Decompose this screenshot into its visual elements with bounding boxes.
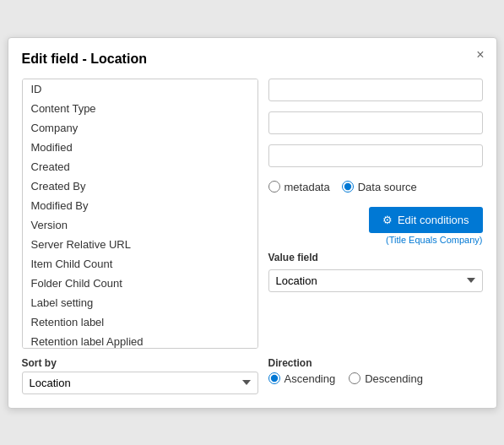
list-item[interactable]: Folder Child Count — [23, 274, 257, 293]
list-item[interactable]: Created By — [23, 176, 257, 196]
field-list-container: IDContent TypeCompanyModifiedCreatedCrea… — [22, 79, 258, 349]
direction-radio-row: Ascending Descending — [268, 372, 483, 385]
field-dropdown-list: IDContent TypeCompanyModifiedCreatedCrea… — [22, 79, 258, 349]
ascending-radio[interactable] — [268, 372, 280, 384]
list-item[interactable]: Modified By — [23, 196, 257, 215]
list-item[interactable]: Modified — [23, 138, 257, 157]
list-item[interactable]: Server Relative URL — [23, 235, 257, 254]
list-item[interactable]: Retention label Applied — [23, 332, 257, 349]
list-item[interactable]: Created — [23, 157, 257, 176]
datasource-radio-label[interactable]: Data source — [342, 181, 417, 193]
filter-input-3[interactable] — [268, 144, 483, 167]
descending-radio[interactable] — [349, 372, 360, 384]
datasource-radio[interactable] — [342, 181, 354, 193]
edit-field-dialog: Edit field - Location × IDContent TypeCo… — [8, 37, 497, 409]
conditions-block: ⚙ Edit conditions (Title Equals Company) — [268, 207, 483, 245]
edit-conditions-button[interactable]: ⚙ Edit conditions — [369, 207, 483, 233]
data-source-radio-row: metadata Data source — [268, 181, 483, 193]
ascending-label: Ascending — [285, 372, 336, 385]
datasource-label: Data source — [358, 181, 417, 193]
list-item[interactable]: Retention label — [23, 312, 257, 332]
direction-section: Direction Ascending Descending — [268, 357, 483, 394]
list-item[interactable]: Company — [23, 118, 257, 138]
list-item[interactable]: Item Child Count — [23, 254, 257, 274]
descending-radio-label[interactable]: Descending — [349, 372, 423, 385]
sort-by-select[interactable]: LocationTitleCompany — [22, 372, 258, 394]
filter-input-1[interactable] — [268, 79, 483, 101]
list-item[interactable]: Version — [23, 215, 257, 235]
sort-by-section: Sort by LocationTitleCompany — [22, 357, 258, 394]
value-field-label: Value field — [268, 252, 483, 263]
conditions-subtitle: (Title Equals Company) — [386, 235, 483, 245]
value-field-section: Value field LocationTitleCompanyModified — [268, 252, 483, 292]
metadata-radio[interactable] — [268, 181, 280, 193]
ascending-radio-label[interactable]: Ascending — [268, 372, 336, 385]
close-button[interactable]: × — [476, 48, 484, 62]
list-item[interactable]: ID — [23, 79, 257, 99]
filter-input-2[interactable] — [268, 111, 483, 134]
edit-conditions-label: Edit conditions — [398, 214, 469, 226]
bottom-row: Sort by LocationTitleCompany Direction A… — [22, 357, 483, 394]
metadata-radio-label[interactable]: metadata — [268, 181, 330, 193]
dialog-title: Edit field - Location — [22, 52, 483, 67]
list-item[interactable]: Label setting — [23, 293, 257, 312]
direction-label: Direction — [268, 357, 483, 369]
filter-icon: ⚙ — [382, 214, 393, 226]
metadata-label: metadata — [285, 181, 330, 193]
value-field-select[interactable]: LocationTitleCompanyModified — [268, 269, 483, 292]
descending-label: Descending — [365, 372, 423, 385]
sort-by-label: Sort by — [22, 357, 258, 369]
list-item[interactable]: Content Type — [23, 99, 257, 118]
right-panel: metadata Data source ⚙ Edit conditions (… — [268, 79, 483, 349]
